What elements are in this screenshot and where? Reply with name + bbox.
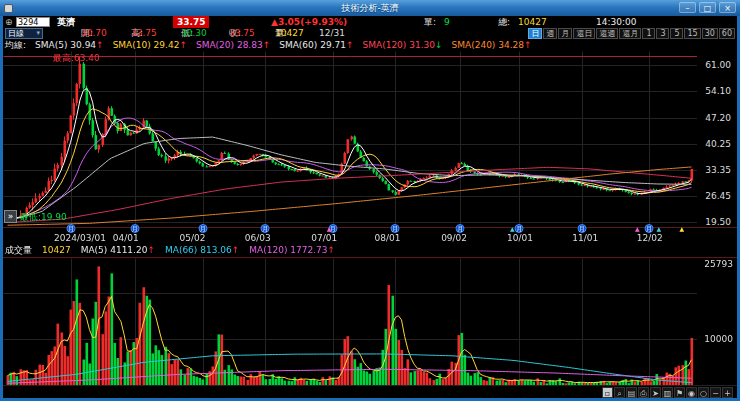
- volume-value: 10427: [275, 28, 304, 39]
- sma20-arrow: ↑: [263, 40, 271, 50]
- event-triangle-icon[interactable]: ▲: [679, 225, 684, 233]
- bar-date: 12/31: [319, 28, 345, 39]
- tab-15min[interactable]: 15: [684, 28, 700, 39]
- sma20-label: SMA(20): [196, 40, 234, 50]
- vol-ma120-label: MA(120): [249, 245, 287, 255]
- sma5-arrow: ↑: [96, 40, 104, 50]
- bottom-toolbar: ▫⌕▤⎙➤▥⚑◉○−+: [3, 385, 737, 398]
- event-triangle-icon[interactable]: ▲: [327, 225, 332, 233]
- price-axis-label: 54.10: [701, 87, 731, 96]
- minimize-button[interactable]: –: [679, 2, 696, 13]
- sma120-label: SMA(120): [363, 40, 407, 50]
- eye-icon[interactable]: ◉: [686, 387, 697, 398]
- date-tick: 12/02: [637, 233, 663, 243]
- volume-axis-label: 10000: [701, 335, 733, 344]
- low-value: 30.30: [181, 28, 207, 39]
- tab-3min[interactable]: 3: [656, 28, 669, 39]
- month-event-icon[interactable]: 月: [456, 224, 465, 233]
- circle-tool-icon[interactable]: ○: [698, 387, 709, 398]
- price-axis-label: 40.25: [701, 140, 731, 149]
- event-triangle-icon[interactable]: ▲: [657, 225, 662, 233]
- tab-monthly[interactable]: 月: [558, 28, 572, 39]
- period-buttons: 日 週 月 還日 還週 還月 1 3 5 15 30 60: [528, 28, 735, 39]
- month-event-icon[interactable]: 月: [645, 224, 654, 233]
- stock-code-input[interactable]: [16, 17, 50, 27]
- event-triangle-icon[interactable]: ▲: [510, 225, 515, 233]
- screen-icon[interactable]: ▤: [626, 387, 637, 398]
- month-event-icon[interactable]: 月: [67, 224, 76, 233]
- date-tick: 05/02: [179, 233, 205, 243]
- price-axis-label: 33.35: [701, 166, 731, 175]
- printer-icon[interactable]: ⎙: [638, 387, 649, 398]
- sma10-arrow: ↑: [179, 40, 187, 50]
- high-value: 33.75: [131, 28, 157, 39]
- date-tick: 09/02: [441, 233, 467, 243]
- zoom-tool-icon[interactable]: ⌕: [614, 387, 625, 398]
- app-window: 技術分析-英濟 – □ × ⊕ 英濟 33.75 ▲3.05(+9.93%) 單…: [0, 0, 740, 401]
- tab-60min[interactable]: 60: [719, 28, 735, 39]
- month-event-icon[interactable]: 月: [261, 224, 270, 233]
- date-tick: 10/01: [507, 233, 533, 243]
- window-title: 技術分析-英濟: [341, 2, 398, 15]
- close-button[interactable]: ×: [719, 2, 736, 13]
- volume-title: 成交量: [5, 244, 32, 257]
- cursor-icon[interactable]: ➤: [650, 387, 661, 398]
- zoom-in-icon[interactable]: +: [722, 387, 733, 398]
- main-content: ⊕ 英濟 33.75 ▲3.05(+9.93%) 單: 9 總: 10427 1…: [3, 16, 737, 398]
- tab-1min[interactable]: 1: [642, 28, 655, 39]
- tab-weekly[interactable]: 週: [543, 28, 557, 39]
- event-triangle-icon[interactable]: ▲: [635, 225, 640, 233]
- period-high-annotation: 最高:63.40: [53, 52, 100, 65]
- date-tick: 04/01: [113, 233, 139, 243]
- quote-time: 14:30:00: [596, 16, 636, 28]
- flag-icon[interactable]: ⚑: [674, 387, 685, 398]
- title-bar: 技術分析-英濟 – □ ×: [0, 0, 740, 16]
- vol-ma5-arrow: ↑: [147, 245, 155, 255]
- tab-30min[interactable]: 30: [702, 28, 718, 39]
- lots-label: 單:: [424, 16, 436, 28]
- add-symbol-icon[interactable]: ⊕: [5, 16, 13, 28]
- tab-daily[interactable]: 日: [528, 28, 542, 39]
- period-low-annotation: 最低:19.90: [20, 211, 67, 224]
- period-dropdown[interactable]: 日線 ▾: [5, 28, 43, 39]
- open-value: 30.70: [81, 28, 107, 39]
- month-event-icon[interactable]: 月: [515, 224, 524, 233]
- tab-5min[interactable]: 5: [670, 28, 683, 39]
- lots-value: 9: [444, 16, 450, 28]
- date-tick: 11/01: [572, 233, 598, 243]
- sma120-arrow: ↓: [435, 40, 443, 50]
- month-event-icon[interactable]: 月: [577, 224, 586, 233]
- volume-chart-pane: 25793 10000: [3, 257, 737, 385]
- total-volume-label: 總:: [498, 16, 510, 28]
- volume-axis-label: 25793: [701, 260, 733, 269]
- month-event-icon[interactable]: 月: [130, 224, 139, 233]
- month-event-icon[interactable]: 月: [391, 224, 400, 233]
- date-axis: 2024/03/01 04/01 05/02 06/03 07/01 08/01…: [3, 227, 737, 244]
- volume-total: 10427: [42, 244, 71, 257]
- volume-chart-canvas[interactable]: [3, 258, 697, 386]
- sma5-label: SMA(5): [35, 40, 67, 50]
- chart-toolbar: 日線 ▾ 開:30.70 高:33.75 低:30.30 收:33.75 量:1…: [3, 28, 737, 39]
- panel-icon[interactable]: ▫: [602, 387, 613, 398]
- price-chart-canvas[interactable]: [3, 51, 697, 227]
- notes-icon[interactable]: ▥: [662, 387, 673, 398]
- date-tick: 08/01: [375, 233, 401, 243]
- price-axis-label: 61.00: [701, 61, 731, 70]
- month-event-icon[interactable]: 月: [198, 224, 207, 233]
- vol-ma120-arrow: ↑: [328, 245, 336, 255]
- zoom-out-icon[interactable]: −: [710, 387, 721, 398]
- vol-ma66-arrow: ↑: [232, 245, 240, 255]
- volume-header: 成交量 10427 MA(5) 4111.20↑ MA(66) 813.06↑ …: [5, 244, 335, 257]
- vol-ma66-label: MA(66): [165, 245, 197, 255]
- tab-adj-weekly[interactable]: 還週: [596, 28, 618, 39]
- total-volume-value: 10427: [518, 16, 547, 28]
- tab-adj-daily[interactable]: 還日: [573, 28, 595, 39]
- maximize-button[interactable]: □: [699, 2, 716, 13]
- last-price-badge: 33.75: [173, 16, 209, 28]
- quote-bar: ⊕ 英濟 33.75 ▲3.05(+9.93%) 單: 9 總: 10427 1…: [3, 16, 737, 28]
- expand-button[interactable]: »: [4, 210, 17, 223]
- ma-legend-prefix: 均線:: [5, 39, 26, 51]
- sma240-label: SMA(240): [452, 40, 496, 50]
- sma60-label: SMA(60): [279, 40, 317, 50]
- tab-adj-monthly[interactable]: 還月: [619, 28, 641, 39]
